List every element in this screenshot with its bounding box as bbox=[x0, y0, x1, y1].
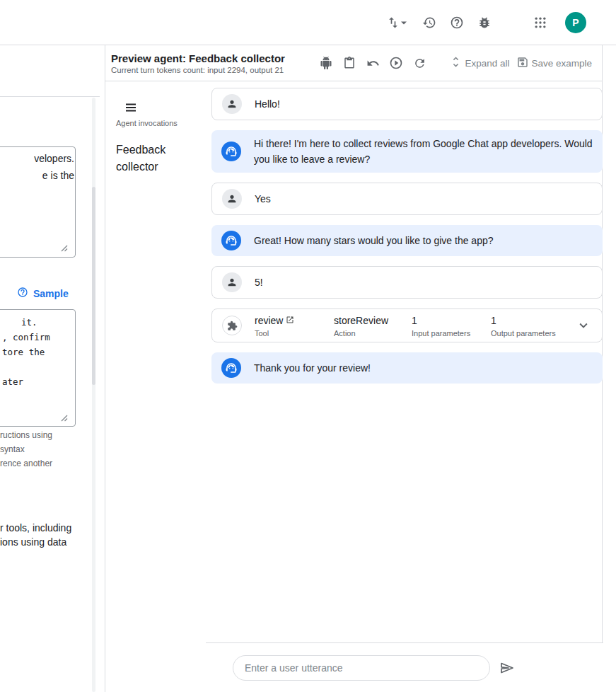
preview-header: Preview agent: Feedback collector Curren… bbox=[105, 45, 602, 81]
body-text-fragment: r tools, including bbox=[0, 522, 71, 534]
refresh-button[interactable] bbox=[408, 52, 431, 74]
clipboard-button[interactable] bbox=[338, 52, 361, 74]
history-icon bbox=[422, 16, 436, 30]
agent-avatar-icon bbox=[221, 358, 241, 378]
swap-vert-icon bbox=[386, 16, 400, 30]
send-icon bbox=[499, 659, 516, 676]
message-text: 5! bbox=[255, 275, 263, 290]
message-list: Hello! Hi there! I'm here to collect rev… bbox=[206, 81, 603, 642]
divider bbox=[0, 96, 100, 97]
apps-grid-icon bbox=[533, 16, 547, 30]
chat-message-user: Yes bbox=[211, 183, 603, 215]
composer-bar bbox=[206, 642, 603, 692]
apps-grid-button[interactable] bbox=[529, 11, 552, 34]
user-avatar-icon bbox=[222, 272, 242, 292]
sample-link[interactable]: Sample bbox=[17, 287, 69, 300]
account-avatar[interactable]: P bbox=[565, 12, 586, 33]
preview-toolbar: Expand all Save example bbox=[315, 52, 592, 74]
expand-tool-row-button[interactable] bbox=[572, 314, 595, 337]
preview-title: Preview agent: Feedback collector bbox=[111, 52, 285, 65]
agent-avatar-icon bbox=[221, 231, 241, 250]
chevron-down-icon bbox=[576, 318, 591, 333]
tool-input-count: 1 bbox=[412, 314, 417, 327]
refresh-icon bbox=[413, 57, 426, 70]
body-text-fragment: ions using data bbox=[0, 536, 66, 548]
resize-handle-icon[interactable] bbox=[59, 413, 69, 425]
android-button[interactable] bbox=[315, 52, 337, 74]
app-window: P velopers. e is the Sample it. , confir… bbox=[0, 0, 616, 692]
resize-handle-icon[interactable] bbox=[59, 243, 69, 255]
run-icon bbox=[389, 56, 403, 70]
help-icon bbox=[450, 16, 464, 30]
tool-action-label: Action bbox=[334, 329, 412, 338]
chat-message-agent: Great! How many stars would you like to … bbox=[211, 225, 603, 256]
tool-input-label: Input parameters bbox=[412, 329, 491, 338]
swap-vert-button[interactable] bbox=[380, 11, 413, 34]
open-in-new-icon[interactable] bbox=[286, 314, 294, 327]
message-text: Great! How many stars would you like to … bbox=[254, 233, 494, 248]
goal-text-fragment: e is the bbox=[0, 167, 74, 184]
global-topbar: P bbox=[0, 0, 616, 45]
goal-text-fragment: velopers. bbox=[0, 150, 74, 167]
instruction-text-fragment: tore the bbox=[2, 347, 45, 358]
instructions-textarea[interactable] bbox=[0, 309, 76, 427]
history-button[interactable] bbox=[418, 11, 441, 34]
chat-message-user: 5! bbox=[211, 266, 603, 299]
helper-text-fragment: rence another bbox=[0, 459, 52, 468]
tool-output-count: 1 bbox=[491, 314, 496, 327]
token-count-text: Current turn tokens count: input 2294, o… bbox=[111, 66, 285, 74]
save-example-button[interactable]: Save example bbox=[516, 56, 592, 71]
save-icon bbox=[516, 56, 529, 71]
builder-left-panel: velopers. e is the Sample it. , confirm … bbox=[0, 45, 105, 692]
utterance-input[interactable] bbox=[233, 655, 490, 681]
android-icon bbox=[320, 57, 332, 69]
undo-button[interactable] bbox=[361, 52, 384, 74]
run-button[interactable] bbox=[385, 52, 407, 74]
preview-panel: Preview agent: Feedback collector Curren… bbox=[105, 45, 603, 692]
chevron-down-icon bbox=[400, 19, 407, 26]
expand-all-label: Expand all bbox=[465, 58, 509, 69]
help-icon bbox=[17, 287, 28, 300]
clipboard-icon bbox=[343, 57, 356, 69]
tool-name: review bbox=[255, 314, 283, 327]
bug-report-button[interactable] bbox=[473, 11, 496, 34]
chat-message-agent: Thank you for your review! bbox=[211, 352, 603, 384]
agent-avatar-icon bbox=[221, 142, 241, 161]
user-avatar-icon bbox=[222, 94, 242, 114]
menu-button[interactable] bbox=[121, 98, 141, 117]
tool-icon bbox=[222, 316, 242, 335]
help-button[interactable] bbox=[446, 11, 468, 34]
chat-message-agent: Hi there! I'm here to collect reviews fr… bbox=[211, 130, 603, 173]
invocation-item-feedback-collector[interactable]: Feedback collector bbox=[116, 142, 197, 175]
message-text: Hello! bbox=[255, 96, 280, 112]
message-text: Yes bbox=[255, 191, 271, 207]
helper-text-fragment: syntax bbox=[0, 444, 25, 454]
tool-invocation-row: review Tool storeReview Action 1 Input p… bbox=[211, 308, 603, 342]
tool-action-name: storeReview bbox=[334, 314, 388, 327]
instruction-text-fragment: it. bbox=[21, 317, 37, 328]
instruction-text-fragment: , confirm bbox=[2, 332, 50, 343]
bug-report-icon bbox=[477, 16, 492, 30]
unfold-more-icon bbox=[449, 55, 463, 71]
scrollbar-thumb[interactable] bbox=[92, 187, 95, 385]
agent-invocations-label: Agent invocations bbox=[116, 119, 178, 127]
tool-output-label: Output parameters bbox=[491, 329, 572, 338]
save-example-label: Save example bbox=[531, 58, 592, 69]
helper-text-fragment: ructions using bbox=[0, 430, 52, 440]
expand-all-button[interactable]: Expand all bbox=[449, 55, 509, 71]
user-avatar-icon bbox=[222, 189, 242, 209]
menu-icon bbox=[124, 101, 137, 114]
message-text: Hi there! I'm here to collect reviews fr… bbox=[254, 136, 593, 167]
undo-icon bbox=[366, 57, 380, 70]
instruction-text-fragment: ater bbox=[2, 376, 23, 388]
tool-type-label: Tool bbox=[255, 329, 334, 338]
send-button[interactable] bbox=[496, 657, 518, 679]
chat-message-user: Hello! bbox=[211, 88, 603, 120]
chat-area: Hello! Hi there! I'm here to collect rev… bbox=[206, 81, 603, 692]
sample-label: Sample bbox=[33, 288, 69, 299]
message-text: Thank you for your review! bbox=[254, 360, 371, 376]
